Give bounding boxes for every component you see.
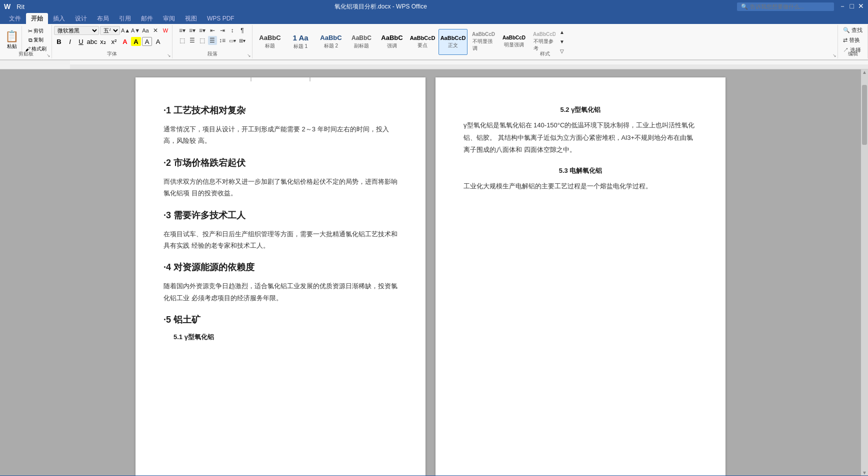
- font-name-select[interactable]: 微软雅黑: [54, 26, 99, 35]
- tab-home[interactable]: 开始: [26, 13, 48, 24]
- font-aa-btn[interactable]: Aa: [141, 26, 150, 35]
- clear-format-btn[interactable]: ✕: [151, 26, 160, 35]
- shading-btn[interactable]: ▭▾: [228, 36, 237, 45]
- borders-btn[interactable]: ⊞▾: [238, 36, 247, 45]
- align-right-btn[interactable]: ⬚: [198, 36, 207, 45]
- heading-1-4: ·4 对资源能源的依赖度: [164, 261, 398, 273]
- para-2-2: 工业化大规模生产电解铝的主要工艺过程是一个熔盐电化学过程。: [464, 180, 698, 193]
- edit-label: 编辑: [838, 50, 868, 57]
- sort-btn[interactable]: ↕: [228, 26, 237, 35]
- ruler-main: [70, 60, 868, 69]
- paste-group: 📋 粘贴 ✂ 剪切 ⧉ 复制 🖌: [2, 26, 50, 54]
- paragraph-row1: ≡▾ ≡▾ ≡▾ ⇤ ⇥ ↕ ¶: [178, 26, 247, 35]
- align-center-btn[interactable]: ☰: [188, 36, 197, 45]
- minimize-btn[interactable]: －: [839, 2, 846, 11]
- decrease-font-btn[interactable]: A▼: [131, 26, 140, 35]
- tab-insert[interactable]: 插入: [48, 13, 70, 24]
- styles-up-btn[interactable]: ▲: [558, 28, 566, 37]
- tab-references[interactable]: 引用: [114, 13, 136, 24]
- scroll-down-btn[interactable]: ▼: [862, 470, 867, 476]
- styles-group: AaBbC 标题 1 Aa 标题 1 AaBbC 标题 2 AaBbC 副标题 …: [252, 25, 838, 58]
- ruler-svg: [70, 60, 868, 69]
- decrease-indent-btn[interactable]: ⇤: [208, 26, 217, 35]
- doc-title: 氧化铝项目分析.docx - WPS Office: [24, 2, 736, 11]
- clipboard-group: 📋 粘贴 ✂ 剪切 ⧉ 复制 🖌: [0, 25, 52, 58]
- search-input[interactable]: [750, 3, 830, 9]
- ribbon-tab-bar: 文件 开始 插入 设计 布局 引用 邮件 审阅 视图 WPS PDF: [0, 13, 868, 24]
- show-marks-btn[interactable]: ¶: [238, 26, 247, 35]
- paragraph-row2: ⬚ ☰ ⬚ ☰ ↕≡ ▭▾ ⊞▾: [178, 36, 247, 45]
- page-ruler-mark: [250, 77, 252, 81]
- font-label: 字体: [52, 50, 172, 57]
- ruler-area: [0, 60, 868, 69]
- highlight-btn[interactable]: A: [131, 37, 141, 46]
- replace-button[interactable]: ⇄ 替换: [841, 36, 862, 44]
- find-icon: 🔍: [843, 27, 850, 33]
- paste-icon: 📋: [5, 30, 18, 43]
- tab-wpspdf[interactable]: WPS PDF: [202, 13, 240, 24]
- maximize-btn[interactable]: □: [850, 2, 854, 11]
- heading-2-2: 5.3 电解氧化铝: [464, 166, 698, 175]
- right-page: 5.2 γ型氧化铝 γ型氧化铝是氢氧化铝在 140-150°C的低温环境下脱水制…: [436, 77, 726, 476]
- underline-button[interactable]: U: [76, 37, 86, 46]
- increase-font-btn[interactable]: A▲: [121, 26, 130, 35]
- edit-group: 🔍 查找 ⇄ 替换 ↗ 选择 编辑: [838, 25, 868, 58]
- heading-1-5: ·5 铝土矿: [164, 314, 398, 326]
- italic-button[interactable]: I: [65, 37, 75, 46]
- paragraph-label: 段落: [172, 50, 252, 57]
- ribbon-content: 📋 粘贴 ✂ 剪切 ⧉ 复制 🖌: [0, 24, 868, 60]
- para-2-1: γ型氧化铝是氢氧化铝在 140-150°C的低温环境下脱水制得，工业上也叫活性氧…: [464, 119, 698, 156]
- title-bar-search-box[interactable]: 🔍: [737, 2, 834, 11]
- paragraph-expand[interactable]: ↘: [247, 53, 251, 58]
- numbering-btn[interactable]: ≡▾: [188, 26, 197, 35]
- increase-indent-btn[interactable]: ⇥: [218, 26, 227, 35]
- para-1-4: 随着国内外资源竞争日趋激烈，适合氯化铝工业发展的优质资源日渐稀缺，投资氯化铝工业…: [164, 280, 398, 304]
- styles-down-btn[interactable]: ▼: [558, 37, 566, 46]
- clipboard-expand[interactable]: ↘: [46, 53, 50, 58]
- tab-design[interactable]: 设计: [70, 13, 92, 24]
- find-button[interactable]: 🔍 查找: [841, 26, 864, 34]
- tab-review[interactable]: 审阅: [158, 13, 180, 24]
- subscript-button[interactable]: x₂: [98, 37, 108, 46]
- justify-btn[interactable]: ☰: [208, 36, 217, 45]
- doc-scroll-area[interactable]: ·1 工艺技术相对复杂 通常情况下，项目从设计，开工到形成产能需要 2～3 年时…: [0, 69, 861, 476]
- cut-button[interactable]: ✂ 剪切: [24, 27, 48, 35]
- tab-mailings[interactable]: 邮件: [136, 13, 158, 24]
- styles-label: 样式: [252, 50, 838, 57]
- multilevel-btn[interactable]: ≡▾: [198, 26, 207, 35]
- font-expand[interactable]: ↘: [167, 53, 171, 58]
- font-shading-btn[interactable]: A: [153, 37, 163, 46]
- font-color-btn[interactable]: A: [120, 37, 130, 46]
- line-spacing-btn[interactable]: ↕≡: [218, 36, 227, 45]
- scroll-up-btn[interactable]: ▲: [862, 69, 867, 75]
- font-size-select[interactable]: 五号: [100, 26, 120, 35]
- scrollbar-thumb[interactable]: [862, 85, 867, 145]
- bullets-btn[interactable]: ≡▾: [178, 26, 187, 35]
- vertical-scrollbar[interactable]: ▲ ▼: [861, 69, 868, 476]
- paragraph-group: ≡▾ ≡▾ ≡▾ ⇤ ⇥ ↕ ¶ ⬚ ☰ ⬚ ☰ ↕≡ ▭▾ ⊞▾: [172, 25, 252, 58]
- replace-icon: ⇄: [843, 37, 848, 43]
- tab-view[interactable]: 视图: [180, 13, 202, 24]
- tab-file[interactable]: 文件: [4, 13, 26, 24]
- page-ruler-mark-right: [310, 77, 310, 81]
- clipboard-small-buttons: ✂ 剪切 ⧉ 复制 🖌 格式刷: [22, 26, 50, 54]
- bold-button[interactable]: B: [54, 37, 64, 46]
- clipboard-label: 剪贴板: [0, 50, 52, 57]
- char-border-btn[interactable]: A: [142, 37, 152, 46]
- app-logo: W: [4, 2, 10, 10]
- heading-2-1: 5.2 γ型氧化铝: [464, 105, 698, 114]
- copy-button[interactable]: ⧉ 复制: [24, 36, 48, 44]
- close-btn[interactable]: ✕: [858, 2, 864, 11]
- styles-expand[interactable]: ↘: [832, 53, 836, 58]
- superscript-button[interactable]: x²: [109, 37, 119, 46]
- wps-font-btn[interactable]: W: [161, 26, 170, 35]
- paste-button[interactable]: 📋 粘贴: [2, 26, 22, 54]
- font-name-row: 微软雅黑 五号 A▲ A▼ Aa ✕ W: [54, 26, 170, 35]
- tab-layout[interactable]: 布局: [92, 13, 114, 24]
- heading-1-1: ·1 工艺技术相对复杂: [164, 104, 398, 116]
- strikethrough-button[interactable]: abc: [87, 37, 97, 46]
- align-left-btn[interactable]: ⬚: [178, 36, 187, 45]
- font-group: 微软雅黑 五号 A▲ A▼ Aa ✕ W B I U abc x₂: [52, 25, 172, 58]
- para-1-3: 在项目试车、投产和日后生产组织管理等方面，需要一大批精通氯化铝工艺技术和具有实践…: [164, 228, 398, 252]
- search-icon: 🔍: [741, 3, 748, 10]
